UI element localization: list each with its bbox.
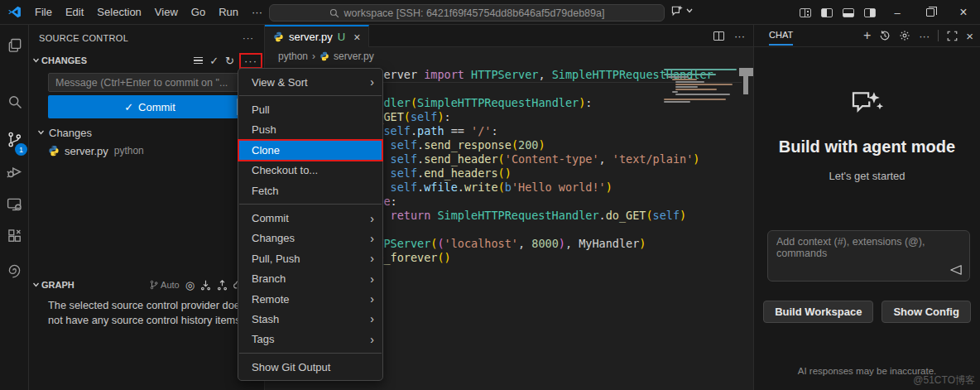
close-button[interactable]: × xyxy=(947,0,980,25)
graph-empty-message: The selected source control provider doe… xyxy=(48,298,257,328)
title-bar: File Edit Selection View Go Run ··· ← → … xyxy=(0,0,980,25)
refresh-icon[interactable]: ↻ xyxy=(225,55,234,67)
extensions-icon[interactable] xyxy=(0,221,29,251)
menu-go[interactable]: Go xyxy=(185,6,212,18)
submenu-arrow-icon: › xyxy=(370,312,379,325)
menu-item-changes[interactable]: Changes› xyxy=(238,229,382,248)
changed-file-row[interactable]: server.py python xyxy=(29,142,264,160)
chat-input[interactable] xyxy=(776,236,948,276)
watermark: @51CTO博客 xyxy=(913,373,975,388)
chat-panel: CHAT + ··· × Build with agent mode Let's… xyxy=(753,25,980,390)
graph-section-header[interactable]: GRAPH Auto ◎ ↻ xyxy=(29,276,264,294)
menu-edit[interactable]: Edit xyxy=(59,6,90,18)
menu-more[interactable]: ··· xyxy=(245,6,269,18)
submenu-arrow-icon: › xyxy=(370,292,379,306)
chat-title: Build with agent mode xyxy=(754,137,980,156)
view-as-list-icon[interactable] xyxy=(194,57,203,65)
remote-explorer-icon[interactable] xyxy=(0,189,29,219)
chevron-down-icon xyxy=(37,130,45,135)
maximize-panel-icon[interactable] xyxy=(947,31,958,41)
commit-message-input[interactable] xyxy=(48,73,252,92)
menu-item-view-sort[interactable]: View & Sort› xyxy=(238,72,382,92)
changes-more-actions-icon[interactable]: ··· xyxy=(241,55,261,67)
sidebar-title: SOURCE CONTROL xyxy=(39,33,128,43)
commit-check-icon[interactable]: ✓ xyxy=(209,55,219,67)
command-center-search[interactable]: workspace [SSH: 6421f69f45754dd8b646af5d… xyxy=(269,4,665,22)
tab-server-py[interactable]: server.py U × xyxy=(265,25,369,47)
menu-selection[interactable]: Selection xyxy=(90,6,147,18)
chat-more-icon[interactable]: ··· xyxy=(919,30,930,42)
menu-item-fetch[interactable]: Fetch xyxy=(238,181,382,200)
chat-input-container xyxy=(767,230,970,282)
menu-item-show-git-output[interactable]: Show Git Output xyxy=(238,357,382,377)
menu-item-commit[interactable]: Commit› xyxy=(238,208,382,228)
tab-bar: server.py U × ··· xyxy=(265,25,753,47)
minimize-button[interactable]: – xyxy=(881,0,914,25)
menu-item-push[interactable]: Push xyxy=(238,120,382,140)
commit-button[interactable]: ✓ Commit xyxy=(48,95,252,118)
menu-item-remote[interactable]: Remote› xyxy=(238,289,382,309)
menu-run[interactable]: Run xyxy=(212,6,245,18)
graph-section-label: GRAPH xyxy=(41,280,74,290)
menu-file[interactable]: File xyxy=(28,6,59,18)
copilot-icon xyxy=(670,4,684,17)
customize-layout-icon[interactable] xyxy=(795,8,816,17)
source-control-context-menu: View & Sort›PullPushCloneCheckout to...F… xyxy=(238,68,383,381)
chevron-down-icon xyxy=(686,8,693,13)
tab-chat[interactable]: CHAT xyxy=(769,30,793,46)
close-panel-icon[interactable]: × xyxy=(966,29,973,43)
menu-item-tags[interactable]: Tags› xyxy=(238,330,382,349)
toggle-secondary-sidebar-icon[interactable] xyxy=(859,8,881,17)
check-icon: ✓ xyxy=(124,101,133,113)
graph-pull-icon[interactable] xyxy=(200,280,211,291)
explorer-icon[interactable] xyxy=(0,31,29,60)
menu-separator xyxy=(239,353,382,354)
python-file-icon xyxy=(273,31,284,42)
history-icon[interactable] xyxy=(879,30,891,41)
run-debug-icon[interactable] xyxy=(0,156,29,186)
submenu-arrow-icon: › xyxy=(370,333,379,346)
chat-subtitle: Let's get started xyxy=(754,170,980,182)
changes-section-header[interactable]: CHANGES ✓ ↻ ··· xyxy=(29,51,264,70)
menu-item-stash[interactable]: Stash› xyxy=(238,309,382,329)
activity-bar: 1 xyxy=(0,25,29,390)
restore-button[interactable] xyxy=(914,0,947,25)
submenu-arrow-icon: › xyxy=(370,272,379,286)
extension-spiral-icon[interactable] xyxy=(0,255,29,285)
breadcrumb[interactable]: python › server.py xyxy=(265,47,753,65)
chevron-down-icon xyxy=(32,282,40,287)
graph-auto-toggle[interactable]: Auto xyxy=(149,280,180,290)
vscode-logo-icon xyxy=(7,5,22,19)
menu-item-clone[interactable]: Clone xyxy=(238,140,382,160)
menu-item-pull[interactable]: Pull xyxy=(238,99,382,119)
toggle-primary-sidebar-icon[interactable] xyxy=(816,8,838,17)
graph-target-icon[interactable]: ◎ xyxy=(185,279,195,291)
copilot-button[interactable] xyxy=(670,4,693,17)
send-icon[interactable] xyxy=(949,264,963,276)
build-workspace-button[interactable]: Build Workspace xyxy=(763,301,873,323)
submenu-arrow-icon: › xyxy=(370,212,379,225)
new-chat-icon[interactable]: + xyxy=(863,28,871,43)
scrollbar-decoration[interactable] xyxy=(739,68,753,76)
changes-tree-group[interactable]: Changes xyxy=(29,123,264,142)
source-control-icon[interactable]: 1 xyxy=(0,124,29,154)
split-editor-icon[interactable] xyxy=(713,31,724,41)
minimap[interactable] xyxy=(664,69,738,104)
sidebar-more-icon[interactable]: ··· xyxy=(243,33,254,43)
editor-more-actions-icon[interactable]: ··· xyxy=(734,30,745,42)
changes-section-label: CHANGES xyxy=(41,55,87,65)
graph-push-icon[interactable] xyxy=(217,280,228,291)
menu-view[interactable]: View xyxy=(148,6,185,18)
tab-close-icon[interactable]: × xyxy=(353,31,360,44)
search-sidebar-icon[interactable] xyxy=(0,87,29,117)
chat-sparkle-icon xyxy=(754,91,980,119)
tab-untracked-badge: U xyxy=(338,31,345,43)
gear-icon[interactable] xyxy=(899,30,910,41)
menu-item-pull-push[interactable]: Pull, Push› xyxy=(238,248,382,268)
menu-item-checkout-to[interactable]: Checkout to... xyxy=(238,161,382,181)
menu-item-branch[interactable]: Branch› xyxy=(238,269,382,289)
menu-separator xyxy=(239,204,382,205)
show-config-button[interactable]: Show Config xyxy=(882,301,970,323)
toggle-panel-icon[interactable] xyxy=(838,8,859,17)
command-center-text: workspace [SSH: 6421f69f45754dd8b646af5d… xyxy=(344,7,605,19)
